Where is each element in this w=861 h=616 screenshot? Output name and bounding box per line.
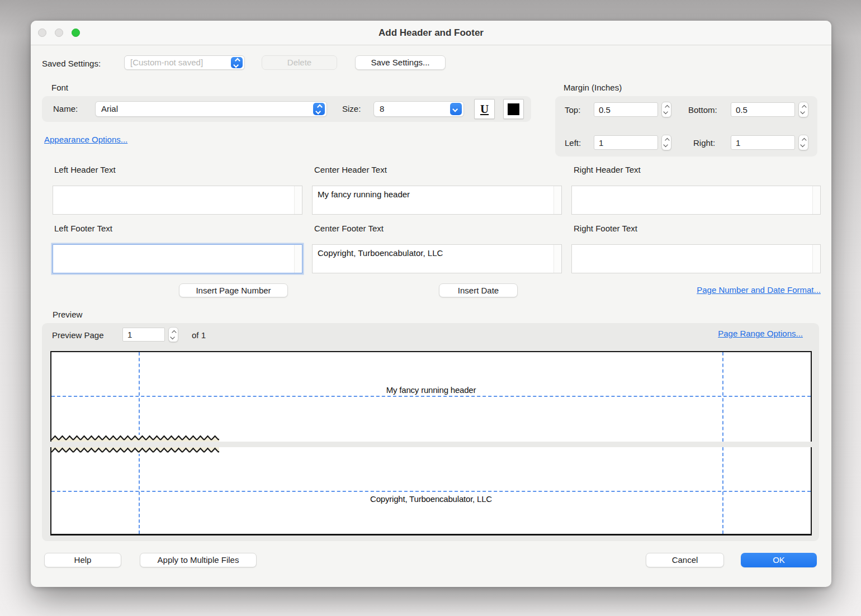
popup-chevrons-icon xyxy=(231,57,243,68)
font-color-swatch-button[interactable] xyxy=(503,99,524,119)
left-margin-guide xyxy=(139,352,140,442)
torn-edge-bottom-icon xyxy=(51,447,219,454)
right-footer-label: Right Footer Text xyxy=(574,224,637,233)
preview-header-text: My fancy running header xyxy=(51,385,811,395)
right-margin-guide xyxy=(722,352,723,442)
ok-button[interactable]: OK xyxy=(741,553,817,567)
right-header-label: Right Header Text xyxy=(574,165,641,174)
save-settings-button[interactable]: Save Settings... xyxy=(355,55,446,70)
delete-button[interactable]: Delete xyxy=(262,55,337,70)
preview-page-count-label: of 1 xyxy=(192,330,206,340)
top-margin-guide xyxy=(51,396,811,397)
left-header-label: Left Header Text xyxy=(54,165,116,174)
font-panel: Name: Arial Size: 8 U xyxy=(42,96,531,122)
right-header-textarea[interactable] xyxy=(571,186,821,215)
left-footer-textarea-wrap xyxy=(53,244,302,273)
add-header-footer-dialog: Add Header and Footer Saved Settings: [C… xyxy=(31,21,831,587)
right-header-textarea-wrap xyxy=(571,186,821,215)
center-footer-textarea-wrap: Copyright, Turboencabulator, LLC xyxy=(312,244,562,273)
titlebar: Add Header and Footer xyxy=(31,21,831,45)
center-footer-label: Center Footer Text xyxy=(314,224,384,233)
right-footer-textarea-wrap xyxy=(571,244,821,273)
preview-page-bottom: Copyright, Turboencabulator, LLC xyxy=(50,447,812,536)
insert-page-number-button[interactable]: Insert Page Number xyxy=(179,283,288,297)
margin-bottom-label: Bottom: xyxy=(688,105,717,115)
preview-section-label: Preview xyxy=(53,310,82,319)
margin-right-input[interactable] xyxy=(731,135,795,150)
apply-to-multiple-files-button[interactable]: Apply to Multiple Files xyxy=(140,553,257,567)
preview-page-input[interactable] xyxy=(122,328,165,342)
font-name-select[interactable]: Arial xyxy=(95,101,327,117)
left-footer-textarea[interactable] xyxy=(53,244,302,273)
font-size-value: 8 xyxy=(380,104,384,113)
preview-footer-text: Copyright, Turboencabulator, LLC xyxy=(51,494,811,504)
left-header-textarea[interactable] xyxy=(53,186,302,215)
font-name-value: Arial xyxy=(101,104,118,113)
center-header-textarea-wrap: My fancy running header xyxy=(312,186,562,215)
margin-left-stepper[interactable] xyxy=(661,135,671,150)
preview-page-top: My fancy running header xyxy=(50,351,812,442)
left-footer-label: Left Footer Text xyxy=(54,224,112,233)
page-number-date-format-link[interactable]: Page Number and Date Format... xyxy=(697,285,821,295)
cancel-button[interactable]: Cancel xyxy=(646,553,724,567)
margin-right-label: Right: xyxy=(693,138,715,148)
font-name-label: Name: xyxy=(53,104,78,113)
appearance-options-link[interactable]: Appearance Options... xyxy=(44,135,127,144)
margin-bottom-input[interactable] xyxy=(731,102,795,117)
center-footer-textarea[interactable]: Copyright, Turboencabulator, LLC xyxy=(312,244,562,273)
saved-settings-value: [Custom-not saved] xyxy=(130,58,203,67)
margin-right-stepper[interactable] xyxy=(798,135,808,150)
left-header-textarea-wrap xyxy=(53,186,302,215)
saved-settings-select[interactable]: [Custom-not saved] xyxy=(124,55,245,70)
margin-section-label: Margin (Inches) xyxy=(564,83,622,92)
insert-date-button[interactable]: Insert Date xyxy=(439,283,518,297)
margin-left-label: Left: xyxy=(565,138,581,148)
margin-left-input[interactable] xyxy=(594,135,658,150)
popup-chevrons-icon xyxy=(313,103,325,115)
dialog-title: Add Header and Footer xyxy=(31,27,831,39)
font-section-label: Font xyxy=(51,83,68,92)
underline-toggle-button[interactable]: U xyxy=(474,99,495,119)
preview-panel: Preview Page of 1 Page Range Options... … xyxy=(42,323,819,541)
bottom-margin-guide xyxy=(51,491,811,492)
center-header-textarea[interactable]: My fancy running header xyxy=(312,186,562,215)
preview-page-label: Preview Page xyxy=(52,330,104,340)
saved-settings-label: Saved Settings: xyxy=(42,59,101,68)
combo-chevron-icon xyxy=(450,103,462,115)
underline-icon: U xyxy=(480,103,489,115)
font-size-label: Size: xyxy=(342,104,361,113)
preview-page-stepper[interactable] xyxy=(168,327,178,342)
black-color-swatch xyxy=(508,103,519,115)
margin-bottom-stepper[interactable] xyxy=(798,102,808,117)
center-header-label: Center Header Text xyxy=(314,165,387,174)
margin-top-label: Top: xyxy=(565,105,580,115)
margin-top-stepper[interactable] xyxy=(661,102,671,117)
page-range-options-link[interactable]: Page Range Options... xyxy=(718,329,803,338)
margin-top-input[interactable] xyxy=(594,102,658,117)
help-button[interactable]: Help xyxy=(44,553,121,567)
right-footer-textarea[interactable] xyxy=(571,244,821,273)
margin-panel: Top: Bottom: Left: Right: xyxy=(555,96,817,157)
torn-edge-top-icon xyxy=(51,435,219,442)
font-size-combo[interactable]: 8 xyxy=(373,101,464,117)
